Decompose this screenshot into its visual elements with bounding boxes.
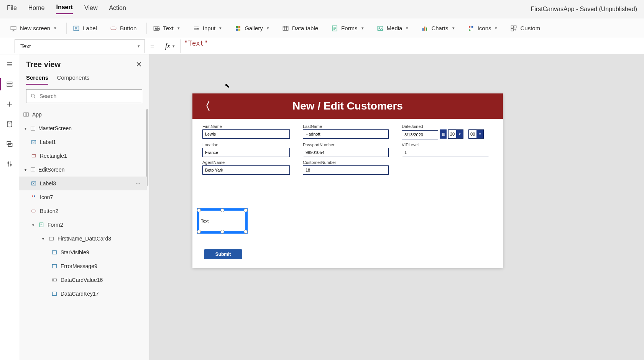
tree-view-title: Tree view <box>26 60 61 69</box>
field-lastname: LastName <box>303 124 389 139</box>
form-body: FirstName LastName DateJoined ▦ 20▾ : 00… <box>192 119 503 180</box>
rectangle-icon <box>31 153 37 159</box>
canvas-area[interactable]: ⬉ 〈 New / Edit Customers FirstName LastN… <box>150 54 644 360</box>
location-input[interactable] <box>202 148 290 157</box>
tree-node-label1[interactable]: Label1 <box>19 135 147 149</box>
media-tab[interactable] <box>5 139 14 149</box>
label-icon <box>31 180 37 187</box>
menu-view[interactable]: View <box>84 5 97 14</box>
svg-rect-39 <box>32 210 36 212</box>
screen-title: New / Edit Customers <box>292 100 403 112</box>
chevron-down-icon[interactable]: ▾ <box>41 237 45 241</box>
resize-handle[interactable] <box>244 208 248 212</box>
hour-combo[interactable]: 20▾ <box>448 129 463 139</box>
charts-menu[interactable]: Charts▾ <box>417 23 459 34</box>
agentname-input[interactable] <box>202 165 290 175</box>
tab-components[interactable]: Components <box>57 74 89 85</box>
chevron-down-icon: ▾ <box>476 130 483 138</box>
tree-node-rectangle1[interactable]: Rectangle1 <box>19 149 147 163</box>
media-menu[interactable]: Media▾ <box>372 23 413 34</box>
calendar-icon[interactable]: ▦ <box>440 129 447 139</box>
resize-handle[interactable] <box>197 208 201 212</box>
tree-node-datacardvalue16[interactable]: DataCardValue16 <box>19 273 147 287</box>
tree-node-form2[interactable]: ▾ Form2 <box>19 218 147 232</box>
submit-button[interactable]: Submit <box>204 249 242 259</box>
svg-rect-8 <box>236 28 238 30</box>
gallery-menu[interactable]: Gallery▾ <box>230 23 274 34</box>
workspace: Tree view ✕ Screens Components App ▾ Mas… <box>0 54 644 360</box>
tools-tab[interactable] <box>5 159 14 169</box>
close-icon[interactable]: ✕ <box>136 60 142 69</box>
svg-rect-44 <box>53 279 57 281</box>
field-viplevel: VIPLevel <box>402 142 489 157</box>
menu-bar: File Home Insert View Action FirstCanvas… <box>0 0 644 18</box>
chevron-down-icon[interactable]: ▾ <box>23 168 28 172</box>
edit-screen-canvas[interactable]: 〈 New / Edit Customers FirstName LastNam… <box>192 93 503 268</box>
tab-screens[interactable]: Screens <box>26 74 48 85</box>
tree-search-input[interactable] <box>39 93 138 99</box>
tree-node-starvisible9[interactable]: StarVisible9 <box>19 245 147 259</box>
tree-node-button2[interactable]: Button2 <box>19 204 147 218</box>
form-icon <box>38 222 44 228</box>
svg-rect-38 <box>34 195 35 196</box>
svg-rect-25 <box>7 85 12 87</box>
icons-menu[interactable]: + Icons▾ <box>463 23 502 34</box>
menu-file[interactable]: File <box>7 5 17 14</box>
menu-home[interactable]: Home <box>28 5 45 14</box>
button-button[interactable]: Button <box>105 23 141 34</box>
tree-node-masterscreen[interactable]: ▾ MasterScreen <box>19 121 147 135</box>
tree-node-label3[interactable]: Label3 ⋯ <box>19 177 147 190</box>
property-selector[interactable]: Text ▾ <box>15 39 145 53</box>
left-rail <box>0 54 19 360</box>
minute-combo[interactable]: 00▾ <box>468 129 484 139</box>
svg-rect-27 <box>7 141 11 144</box>
chevron-down-icon[interactable]: ▾ <box>23 126 28 131</box>
tree-node-editscreen[interactable]: ▾ EditScreen <box>19 163 147 177</box>
date-input[interactable] <box>402 130 438 139</box>
tree-node-datacardkey17[interactable]: DataCardKey17 <box>19 287 147 301</box>
viplevel-input[interactable] <box>402 148 489 157</box>
formula-input[interactable]: "Text" <box>181 39 644 53</box>
tree-node-errormessage9[interactable]: ErrorMessage9 <box>19 259 147 273</box>
forms-menu[interactable]: Forms▾ <box>327 23 368 34</box>
chevron-down-icon: ▾ <box>177 26 180 31</box>
tree-view-tab[interactable] <box>5 80 14 89</box>
search-icon <box>30 93 36 99</box>
menu-action[interactable]: Action <box>109 5 126 14</box>
field-datejoined: DateJoined ▦ 20▾ : 00▾ <box>402 124 489 139</box>
passport-input[interactable] <box>303 148 389 157</box>
insert-tab[interactable] <box>5 100 14 109</box>
checkbox[interactable] <box>31 167 35 172</box>
chevron-down-icon: ▾ <box>138 44 140 49</box>
tree-node-app[interactable]: App <box>19 108 147 121</box>
input-menu[interactable]: Input▾ <box>188 23 226 34</box>
firstname-input[interactable] <box>202 129 290 139</box>
chevron-down-icon[interactable]: ▾ <box>31 223 35 227</box>
custom-menu[interactable]: Custom <box>506 23 545 34</box>
svg-text:+: + <box>471 29 473 31</box>
menu-insert[interactable]: Insert <box>56 4 73 14</box>
resize-handle[interactable] <box>244 230 248 234</box>
lastname-input[interactable] <box>303 129 389 139</box>
more-icon[interactable]: ⋯ <box>135 180 141 187</box>
data-table-button[interactable]: Data table <box>278 23 323 34</box>
tree-node-icon7[interactable]: Icon7 <box>19 190 147 204</box>
text-menu[interactable]: Abc Text▾ <box>148 23 184 34</box>
label-icon <box>51 263 58 269</box>
resize-handle[interactable] <box>197 230 201 234</box>
new-screen-button[interactable]: New screen▾ <box>5 23 61 34</box>
tree-search[interactable] <box>26 89 142 103</box>
selected-label-control[interactable]: Text <box>197 208 248 234</box>
fx-button[interactable]: fx▾ <box>160 39 181 53</box>
customernumber-input[interactable] <box>303 165 389 175</box>
data-tab[interactable] <box>5 119 14 129</box>
resize-handle[interactable] <box>220 208 224 212</box>
tree-node-firstname-datacard3[interactable]: ▾ FirstName_DataCard3 <box>19 232 147 245</box>
hamburger-icon[interactable] <box>5 60 14 69</box>
label-button[interactable]: Label <box>68 23 102 34</box>
svg-rect-14 <box>422 28 424 31</box>
resize-handle[interactable] <box>220 230 224 234</box>
checkbox[interactable] <box>31 126 35 131</box>
screen-icon <box>10 25 17 32</box>
back-icon[interactable]: 〈 <box>199 98 211 114</box>
